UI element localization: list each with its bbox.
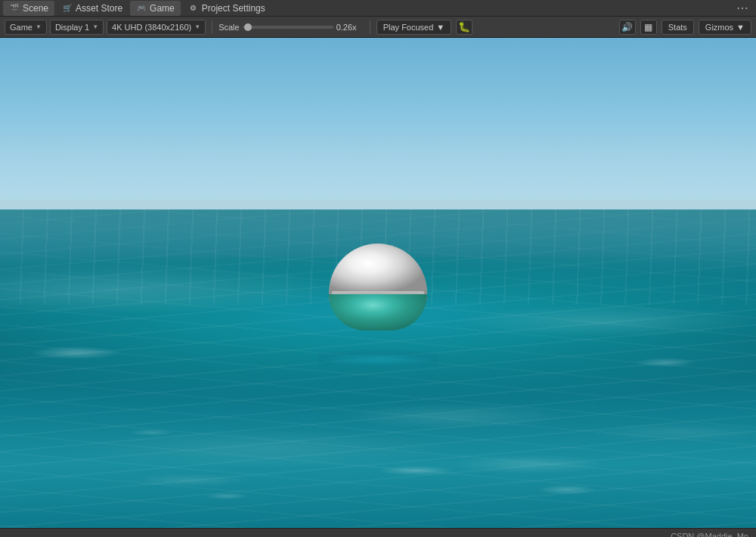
scale-slider[interactable] <box>243 26 333 29</box>
buoy <box>329 244 427 342</box>
audio-button[interactable]: 🔊 <box>619 20 636 35</box>
menu-item-project-settings[interactable]: ⚙ Project Settings <box>182 1 271 16</box>
scale-slider-thumb[interactable] <box>244 23 252 31</box>
gizmos-arrow: ▼ <box>736 23 745 32</box>
stats-label: Stats <box>668 23 687 32</box>
menu-bar-right: ⋯ <box>732 1 753 16</box>
play-focused-button[interactable]: Play Focused ▼ <box>376 20 452 35</box>
menu-item-game-label: Game <box>150 3 175 14</box>
stats-button[interactable]: Stats <box>662 20 694 35</box>
toolbar-right: 🔊 ▦ Stats Gizmos ▼ <box>619 20 751 35</box>
display-dropdown[interactable]: Display 1 ▼ <box>50 20 104 35</box>
gizmos-label: Gizmos <box>705 23 733 32</box>
menu-item-asset-store-label: Asset Store <box>76 3 122 14</box>
buoy-container <box>325 244 431 365</box>
scene-icon: 🎬 <box>9 3 20 14</box>
game-viewport[interactable] <box>0 38 756 528</box>
resolution-label: 4K UHD (3840x2160) <box>112 23 191 32</box>
grid-button[interactable]: ▦ <box>640 20 657 35</box>
bug-icon: 🐛 <box>458 21 470 33</box>
status-bar: CSDN @Maddie_Mo <box>0 528 756 537</box>
game-label: Game <box>10 23 33 32</box>
toolbar: Game ▼ Display 1 ▼ 4K UHD (3840x2160) ▼ … <box>0 17 756 38</box>
menu-item-asset-store[interactable]: 🛒 Asset Store <box>56 1 129 16</box>
asset-store-icon: 🛒 <box>62 3 73 14</box>
resolution-dropdown-arrow: ▼ <box>194 23 200 30</box>
menu-item-game[interactable]: 🎮 Game <box>130 1 181 16</box>
bug-button[interactable]: 🐛 <box>456 20 472 35</box>
menu-bar: 🎬 Scene 🛒 Asset Store 🎮 Game ⚙ Project S… <box>0 0 756 17</box>
scale-label: Scale <box>218 23 240 32</box>
toolbar-divider-2 <box>370 20 370 34</box>
menu-item-scene[interactable]: 🎬 Scene <box>3 1 54 16</box>
scale-group: Scale 0.26x <box>218 23 364 32</box>
grid-icon: ▦ <box>644 22 652 33</box>
project-settings-icon: ⚙ <box>188 3 199 14</box>
credit-text: CSDN @Maddie_Mo <box>671 532 748 538</box>
game-dropdown[interactable]: Game ▼ <box>5 20 47 35</box>
menu-item-project-settings-label: Project Settings <box>202 3 265 14</box>
resolution-dropdown[interactable]: 4K UHD (3840x2160) ▼ <box>107 20 206 35</box>
play-focused-arrow: ▼ <box>436 23 445 32</box>
game-icon: 🎮 <box>136 3 147 14</box>
menu-item-scene-label: Scene <box>23 3 48 14</box>
display-label: Display 1 <box>55 23 89 32</box>
gizmos-button[interactable]: Gizmos ▼ <box>699 20 751 35</box>
scale-value: 0.26x <box>336 23 364 32</box>
buoy-water-effect <box>318 342 438 365</box>
play-focused-label: Play Focused <box>383 23 434 32</box>
game-dropdown-arrow: ▼ <box>36 23 42 30</box>
audio-icon: 🔊 <box>621 22 633 33</box>
sky <box>0 38 756 224</box>
toolbar-divider-1 <box>212 20 212 34</box>
display-dropdown-arrow: ▼ <box>92 23 98 30</box>
buoy-lower-hemisphere <box>329 294 427 331</box>
game-display-group: Game ▼ Display 1 ▼ 4K UHD (3840x2160) ▼ <box>5 20 206 35</box>
more-menu-button[interactable]: ⋯ <box>732 1 753 16</box>
